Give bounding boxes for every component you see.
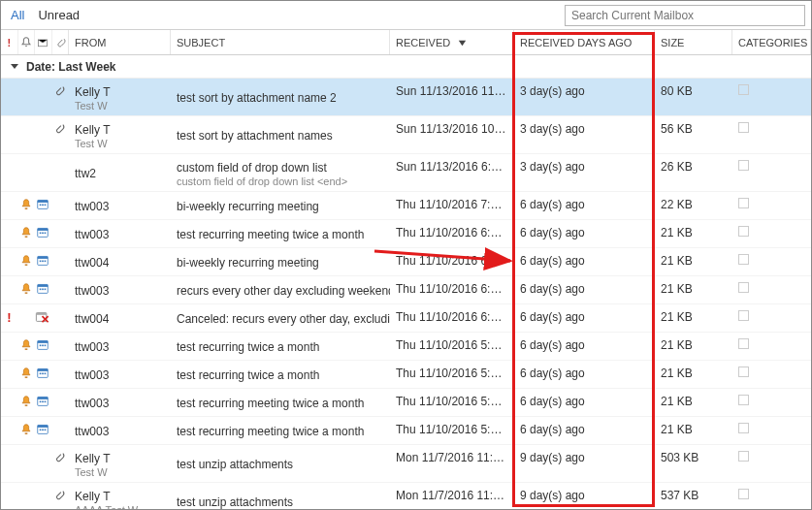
attachment-icon	[53, 122, 65, 136]
row-from: ttw003	[69, 361, 171, 388]
group-header[interactable]: Date: Last Week	[1, 55, 811, 79]
category-box-icon	[738, 367, 749, 377]
row-days-ago: 6 day(s) ago	[514, 304, 655, 332]
row-category[interactable]	[732, 116, 811, 153]
icon-columns-header[interactable]: !	[1, 30, 69, 54]
tab-unread[interactable]: Unread	[38, 8, 80, 22]
calendar-icon	[36, 198, 49, 210]
row-icons	[1, 248, 69, 275]
row-size: 537 KB	[655, 483, 732, 510]
row-category[interactable]	[732, 154, 811, 191]
row-from: Kelly T Test W	[69, 116, 171, 153]
svg-rect-44	[44, 401, 46, 403]
message-row[interactable]: ttw003 bi-weekly recurring meeting Thu 1…	[1, 192, 811, 220]
message-row[interactable]: ! ttw004 Canceled: recurs every other da…	[1, 304, 811, 333]
row-category[interactable]	[732, 417, 811, 444]
message-row[interactable]: ttw003 test recurring meeting twice a mo…	[1, 220, 811, 248]
row-size: 56 KB	[655, 116, 732, 153]
message-row[interactable]: Kelly T AAAA Test W test unzip attachmen…	[1, 483, 811, 510]
category-box-icon	[738, 160, 749, 171]
row-from: Kelly T Test W	[69, 445, 171, 482]
svg-rect-1	[24, 208, 27, 209]
column-received[interactable]: RECEIVED ▼	[390, 30, 514, 54]
category-box-icon	[738, 395, 749, 405]
row-category[interactable]	[732, 361, 811, 388]
calendar-icon	[36, 226, 49, 239]
row-from: ttw003	[69, 276, 171, 303]
row-received: Thu 11/10/2016 5:40 PM	[390, 389, 514, 416]
svg-rect-22	[39, 289, 41, 291]
message-row[interactable]: ttw003 recurs every other day excluding …	[1, 276, 811, 304]
row-size: 503 KB	[655, 445, 732, 482]
column-subject[interactable]: SUBJECT	[171, 30, 390, 54]
svg-rect-45	[24, 433, 27, 434]
svg-rect-23	[42, 289, 44, 291]
row-category[interactable]	[732, 445, 811, 482]
svg-rect-17	[42, 261, 44, 263]
svg-rect-42	[39, 401, 41, 403]
row-received: Thu 11/10/2016 7:28 PM	[390, 192, 514, 219]
svg-rect-16	[39, 261, 41, 263]
row-icons	[1, 389, 69, 416]
row-received: Thu 11/10/2016 6:09 PM	[390, 276, 514, 303]
category-box-icon	[738, 84, 749, 95]
column-received-days-ago[interactable]: RECEIVED DAYS AGO	[514, 30, 655, 54]
row-subject: recurs every other day excluding weekend…	[171, 276, 390, 303]
svg-rect-48	[39, 430, 41, 431]
category-box-icon	[738, 122, 749, 133]
message-row[interactable]: ttw004 bi-weekly recurring meeting Thu 1…	[1, 248, 811, 276]
column-from[interactable]: FROM	[69, 30, 171, 54]
category-box-icon	[738, 338, 749, 349]
row-category[interactable]	[732, 333, 811, 360]
category-box-icon	[738, 489, 749, 499]
message-row[interactable]: Kelly T Test W test sort by attachment n…	[1, 116, 811, 154]
attachment-header-icon[interactable]	[52, 30, 69, 54]
svg-rect-5	[42, 205, 44, 207]
row-from: Kelly T AAAA Test W	[69, 483, 171, 510]
message-row[interactable]: ttw003 test recurring twice a month Thu …	[1, 333, 811, 361]
tab-all[interactable]: All	[11, 8, 24, 22]
row-size: 21 KB	[655, 361, 732, 388]
category-box-icon	[738, 451, 749, 462]
row-subject: test sort by attachment name 2	[171, 79, 390, 115]
message-row[interactable]: Kelly T Test W test unzip attachments Mo…	[1, 445, 811, 483]
calendar-icon	[36, 423, 49, 435]
row-received: Mon 11/7/2016 11:59 P...	[390, 483, 514, 510]
column-categories[interactable]: CATEGORIES	[732, 30, 811, 54]
itemtype-header-icon[interactable]	[35, 30, 52, 54]
search-input[interactable]	[566, 6, 804, 25]
svg-rect-13	[24, 265, 27, 266]
reminder-icon	[19, 338, 33, 352]
row-subject: custom field of drop down list custom fi…	[171, 154, 390, 191]
row-category[interactable]	[732, 389, 811, 416]
row-category[interactable]	[732, 192, 811, 219]
reminder-header-icon[interactable]	[18, 30, 36, 54]
importance-icon: !	[7, 310, 11, 325]
row-category[interactable]	[732, 220, 811, 247]
search-box[interactable]	[565, 5, 805, 26]
row-subject: Canceled: recurs every other day, exclud…	[171, 304, 390, 332]
column-size[interactable]: SIZE	[655, 30, 732, 54]
svg-rect-27	[24, 349, 27, 350]
reminder-icon	[19, 198, 33, 211]
importance-header-icon[interactable]: !	[1, 30, 18, 54]
svg-rect-11	[42, 233, 44, 235]
row-from: ttw003	[69, 417, 171, 444]
row-category[interactable]	[732, 276, 811, 303]
row-days-ago: 6 day(s) ago	[514, 192, 655, 219]
category-box-icon	[738, 226, 749, 237]
reminder-icon	[19, 226, 33, 239]
row-subject: bi-weekly recurring meeting	[171, 192, 390, 219]
row-category[interactable]	[732, 304, 811, 332]
row-category[interactable]	[732, 483, 811, 510]
message-row[interactable]: ttw003 test recurring meeting twice a mo…	[1, 389, 811, 417]
row-icons	[1, 276, 69, 303]
reminder-icon	[19, 423, 33, 436]
row-category[interactable]	[732, 248, 811, 275]
message-row[interactable]: ttw2 custom field of drop down list cust…	[1, 154, 811, 192]
message-row[interactable]: Kelly T Test W test sort by attachment n…	[1, 79, 811, 116]
message-row[interactable]: ttw003 test recurring meeting twice a mo…	[1, 417, 811, 445]
row-category[interactable]	[732, 79, 811, 115]
row-days-ago: 6 day(s) ago	[514, 276, 655, 303]
message-row[interactable]: ttw003 test recurring twice a month Thu …	[1, 361, 811, 389]
